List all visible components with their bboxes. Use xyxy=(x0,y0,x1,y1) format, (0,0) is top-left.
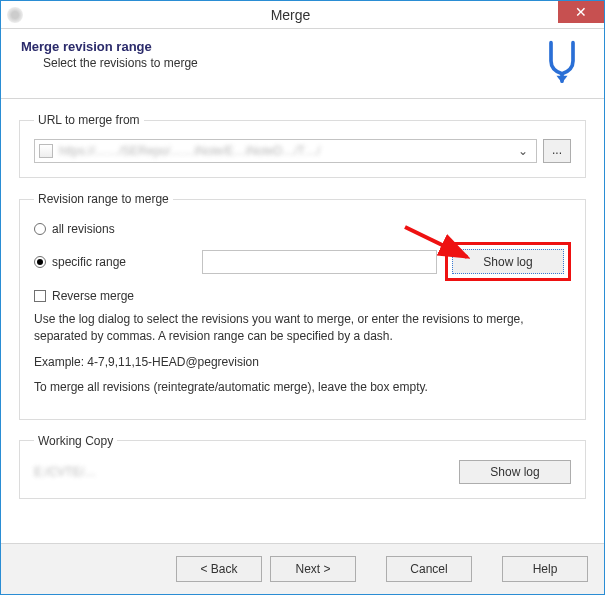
page-title: Merge revision range xyxy=(21,39,540,54)
reverse-merge-label: Reverse merge xyxy=(52,289,134,303)
revision-range-label: Revision range to merge xyxy=(34,192,173,206)
show-log-button[interactable]: Show log xyxy=(452,249,564,274)
next-button[interactable]: Next > xyxy=(270,556,356,582)
url-value: https://……/SERepo/……iNote/E…iNoteD…/T…/ xyxy=(59,144,514,158)
radio-icon xyxy=(34,256,46,268)
revision-range-group: Revision range to merge all revisions sp… xyxy=(19,192,586,420)
highlight-annotation: Show log xyxy=(445,242,571,281)
working-copy-show-log-button[interactable]: Show log xyxy=(459,460,571,484)
radio-specific-range[interactable]: specific range xyxy=(34,255,194,269)
app-icon xyxy=(7,7,23,23)
help-text-1: Use the log dialog to select the revisio… xyxy=(34,311,571,346)
document-icon xyxy=(39,144,53,158)
help-button[interactable]: Help xyxy=(502,556,588,582)
url-group: URL to merge from https://……/SERepo/……iN… xyxy=(19,113,586,178)
wizard-footer: < Back Next > Cancel Help xyxy=(1,543,604,594)
working-copy-label: Working Copy xyxy=(34,434,117,448)
chevron-down-icon[interactable]: ⌄ xyxy=(514,144,532,158)
checkbox-icon xyxy=(34,290,46,302)
back-button[interactable]: < Back xyxy=(176,556,262,582)
working-copy-group: Working Copy E:/CVTE/… Show log xyxy=(19,434,586,499)
radio-all-label: all revisions xyxy=(52,222,115,236)
revision-range-input[interactable] xyxy=(202,250,437,274)
radio-icon xyxy=(34,223,46,235)
url-group-label: URL to merge from xyxy=(34,113,144,127)
merge-dialog: Merge ✕ Merge revision range Select the … xyxy=(0,0,605,595)
merge-icon xyxy=(540,39,584,86)
window-title: Merge xyxy=(23,7,558,23)
page-subtitle: Select the revisions to merge xyxy=(43,56,540,70)
browse-url-button[interactable]: ... xyxy=(543,139,571,163)
close-button[interactable]: ✕ xyxy=(558,1,604,23)
cancel-button[interactable]: Cancel xyxy=(386,556,472,582)
working-copy-path: E:/CVTE/… xyxy=(34,465,459,479)
help-text-3: To merge all revisions (reintegrate/auto… xyxy=(34,379,571,396)
titlebar: Merge ✕ xyxy=(1,1,604,29)
wizard-header: Merge revision range Select the revision… xyxy=(1,29,604,99)
reverse-merge-checkbox[interactable]: Reverse merge xyxy=(34,289,571,303)
url-to-merge-combobox[interactable]: https://……/SERepo/……iNote/E…iNoteD…/T…/ … xyxy=(34,139,537,163)
help-text-2: Example: 4-7,9,11,15-HEAD@pegrevision xyxy=(34,354,571,371)
radio-specific-label: specific range xyxy=(52,255,126,269)
radio-all-revisions[interactable]: all revisions xyxy=(34,222,571,236)
